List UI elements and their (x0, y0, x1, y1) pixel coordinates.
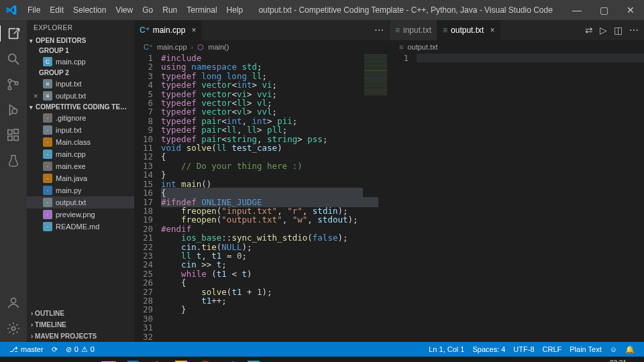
chrome-taskbar[interactable] (145, 357, 169, 362)
debug-icon[interactable] (5, 102, 21, 118)
language-mode[interactable]: Plain Text (566, 345, 606, 354)
branch-indicator[interactable]: ⎇master (5, 345, 48, 354)
taskview-button[interactable] (72, 357, 97, 362)
split-icon[interactable]: ◫ (614, 25, 623, 36)
tab-output[interactable]: ≡ output.txt × (437, 20, 500, 40)
cpp-icon: C⁺ (144, 43, 153, 52)
tab-input[interactable]: ≡ input.txt (390, 20, 437, 40)
file--gitignore[interactable]: ·.gitignore (27, 112, 134, 124)
svg-rect-6 (8, 130, 12, 134)
system-tray[interactable]: ˄ 📶 🔊 ENG 02:2130-04-2020 💬 (533, 359, 644, 362)
file-icon: · (43, 113, 52, 123)
vscode-taskbar[interactable] (217, 357, 241, 362)
svg-point-2 (8, 79, 11, 82)
file-preview-png[interactable]: ·preview.png (27, 208, 134, 221)
close-icon[interactable]: × (191, 25, 196, 35)
breadcrumb[interactable]: C⁺ main.cpp › ⬡ main() (134, 40, 389, 54)
menu-run[interactable]: Run (158, 1, 182, 19)
tab-bar: C⁺ main.cpp × ⋯ (134, 20, 389, 40)
open-editor-output[interactable]: ≡output.txt (27, 90, 134, 102)
start-button[interactable] (0, 357, 24, 362)
explorer-icon[interactable] (0, 25, 26, 42)
timeline-section[interactable]: › TIMELINE (27, 319, 134, 330)
txt-icon: ≡ (395, 25, 400, 35)
svg-rect-7 (8, 136, 12, 140)
file-Main-class[interactable]: ·Main.class (27, 136, 134, 148)
file-Main-java[interactable]: ·Main.java (27, 172, 134, 184)
window-title: output.txt - Competitive Coding Template… (248, 5, 564, 15)
code-editor[interactable]: 1234567891011121314151617181920212223242… (134, 54, 389, 342)
app6-taskbar[interactable] (193, 357, 217, 362)
feedback-icon[interactable]: ☺ (606, 345, 621, 354)
notifications-icon[interactable]: 🔔 (621, 345, 639, 354)
more-icon[interactable]: ⋯ (374, 25, 384, 36)
menu-edit[interactable]: Edit (45, 1, 68, 19)
testing-icon[interactable] (5, 153, 21, 169)
encoding[interactable]: UTF-8 (509, 345, 538, 354)
open-editor-maincpp[interactable]: Cmain.cpp (27, 56, 134, 68)
outline-section[interactable]: › OUTLINE (27, 308, 134, 319)
maximize-button[interactable]: ▢ (590, 1, 617, 19)
extensions-icon[interactable] (5, 127, 21, 143)
app8-taskbar[interactable] (241, 357, 266, 362)
svg-rect-9 (14, 129, 18, 133)
sidebar: EXPLORER ▾OPEN EDITORS GROUP 1 Cmain.cpp… (27, 20, 134, 342)
app3-taskbar[interactable] (121, 357, 145, 362)
tab-maincpp[interactable]: C⁺ main.cpp × (134, 20, 202, 40)
menu-help[interactable]: Help (222, 1, 248, 19)
settings-icon[interactable] (5, 320, 21, 337)
tab-bar: ≡ input.txt ≡ output.txt × ⇄ ▷ ◫ ⋯ (390, 20, 644, 40)
file-input-txt[interactable]: ·input.txt (27, 124, 134, 136)
explorer-taskbar[interactable] (97, 357, 121, 362)
breadcrumb[interactable]: ≡ output.txt (390, 40, 644, 54)
indentation[interactable]: Spaces: 4 (468, 345, 509, 354)
menu-view[interactable]: View (111, 1, 138, 19)
folder-section[interactable]: ▾COMPETITIVE CODING TEMPLATE - C+… (27, 102, 134, 112)
search-button[interactable] (24, 357, 48, 362)
cursor-position[interactable]: Ln 1, Col 1 (425, 345, 468, 354)
open-editors-section[interactable]: ▾OPEN EDITORS (27, 36, 134, 46)
app5-taskbar[interactable] (169, 357, 193, 362)
scm-icon[interactable] (5, 76, 21, 93)
file-README-md[interactable]: ·README.md (27, 221, 134, 233)
activity-bar (0, 20, 27, 342)
menu-selection[interactable]: Selection (68, 1, 111, 19)
eol[interactable]: CRLF (539, 345, 566, 354)
code-editor[interactable]: 1 (390, 54, 644, 342)
cortana-button[interactable] (48, 357, 72, 362)
maven-section[interactable]: › MAVEN PROJECTS (27, 330, 134, 342)
minimap[interactable] (362, 54, 389, 121)
compare-icon[interactable]: ⇄ (585, 25, 593, 36)
menu-bar: File Edit Selection View Go Run Terminal… (23, 1, 248, 19)
sync-button[interactable]: ⟳ (48, 345, 62, 354)
file-main-cpp[interactable]: ·main.cpp (27, 148, 134, 160)
error-icon: ⊘ (66, 345, 72, 354)
txt-icon: ≡ (43, 91, 52, 101)
run-icon[interactable]: ▷ (600, 25, 607, 36)
problems-indicator[interactable]: ⊘0 ⚠0 (62, 345, 99, 354)
menu-go[interactable]: Go (138, 1, 158, 19)
warning-icon: ⚠ (81, 345, 88, 354)
group1-label: GROUP 1 (27, 46, 134, 56)
file-icon: · (43, 174, 52, 183)
file-icon: · (43, 222, 52, 231)
file-icon: · (43, 210, 52, 219)
close-button[interactable]: ✕ (617, 1, 644, 19)
file-main-py[interactable]: ·main.py (27, 184, 134, 196)
svg-point-5 (12, 109, 17, 113)
vscode-logo-icon (0, 5, 23, 15)
file-main-exe[interactable]: ·main.exe (27, 160, 134, 172)
open-editor-input[interactable]: ≡input.txt (27, 78, 134, 90)
more-icon[interactable]: ⋯ (629, 25, 639, 36)
search-icon[interactable] (5, 51, 21, 67)
status-bar: ⎇master ⟳ ⊘0 ⚠0 Ln 1, Col 1 Spaces: 4 UT… (0, 342, 644, 357)
accounts-icon[interactable] (5, 295, 21, 311)
minimize-button[interactable]: — (564, 1, 590, 19)
chevron-down-icon: ▾ (30, 104, 33, 111)
clock[interactable]: 02:2130-04-2020 (592, 359, 627, 362)
menu-terminal[interactable]: Terminal (182, 1, 221, 19)
menu-file[interactable]: File (23, 1, 45, 19)
file-output-txt[interactable]: ·output.txt (27, 196, 134, 208)
file-icon: · (43, 198, 52, 207)
close-icon[interactable]: × (490, 25, 494, 35)
